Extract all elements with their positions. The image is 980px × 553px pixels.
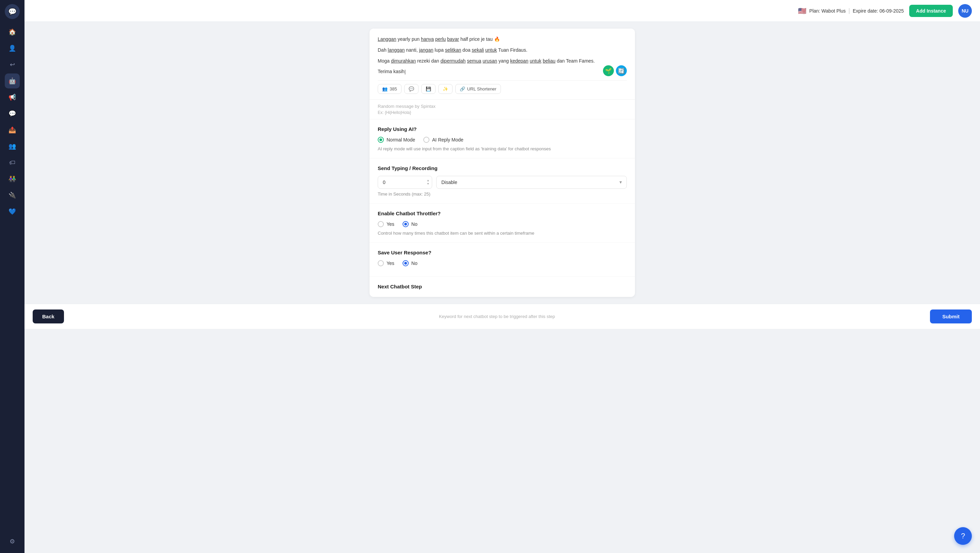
throttle-yes-radio[interactable]	[378, 221, 384, 227]
sidebar-item-bot[interactable]: 🤖	[5, 73, 20, 88]
ai-icons-group: 🌱 🔄	[603, 65, 627, 76]
user-avatar[interactable]: NU	[958, 4, 972, 17]
sparkle-icon: ✨	[443, 86, 448, 92]
message-toolbar: 👥 385 💬 💾 ✨ 🔗 URL Shortener	[378, 80, 627, 94]
char-count-value: 385	[390, 86, 397, 92]
sidebar-item-chat[interactable]: 💬	[5, 106, 20, 121]
help-icon: ?	[961, 532, 965, 540]
topbar: 🇺🇸 Plan: Wabot Plus | Expire date: 06-09…	[24, 0, 980, 22]
plugin-icon: 🔌	[8, 191, 16, 199]
normal-mode-option[interactable]: Normal Mode	[378, 137, 415, 143]
throttle-no-option[interactable]: No	[402, 221, 417, 227]
footer-bar: Back Keyword for next chatbot step to be…	[24, 304, 980, 329]
chat-icon: 💬	[8, 110, 16, 118]
typing-controls: ▲ ▼ Disable Typing Recording ▼	[378, 176, 627, 189]
comment-icon: 💬	[409, 86, 414, 92]
users-icon: 👤	[8, 44, 16, 52]
spintax-label: Random message by Spintax	[378, 104, 627, 109]
submit-button[interactable]: Submit	[930, 310, 972, 323]
broadcast-icon: 📢	[8, 94, 16, 101]
add-instance-button[interactable]: Add Instance	[909, 5, 953, 17]
back-button[interactable]: Back	[33, 310, 64, 323]
save-response-yes-option[interactable]: Yes	[378, 260, 395, 266]
reply-ai-hint: AI reply mode will use input from the ca…	[378, 146, 627, 151]
plan-info: 🇺🇸 Plan: Wabot Plus | Expire date: 06-09…	[798, 7, 904, 15]
sidebar-item-tags[interactable]: 🏷	[5, 155, 20, 170]
bot-icon: 🤖	[8, 77, 16, 85]
sidebar-item-plugin[interactable]: 🔌	[5, 188, 20, 203]
team-icon: 👫	[8, 175, 16, 183]
number-input-wrap: ▲ ▼	[378, 176, 432, 189]
spinner-down[interactable]: ▼	[427, 183, 430, 185]
save-response-title: Save User Response?	[378, 249, 627, 256]
throttle-group: Yes No	[378, 221, 627, 227]
content-area: Langgan yearly pun hanya perlu bayar hal…	[24, 22, 980, 553]
save-icon: 💾	[426, 86, 431, 92]
text-cursor	[405, 70, 405, 75]
throttle-no-label: No	[411, 221, 417, 227]
form-container: Langgan yearly pun hanya perlu bayar hal…	[369, 29, 635, 297]
sidebar-item-home[interactable]: 🏠	[5, 24, 20, 40]
save-response-yes-label: Yes	[387, 261, 395, 266]
typing-mode-select[interactable]: Disable Typing Recording	[436, 176, 627, 189]
url-shortener-label: URL Shortener	[467, 86, 496, 92]
sidebar-item-heart[interactable]: 💙	[5, 204, 20, 219]
spinner-buttons: ▲ ▼	[427, 179, 430, 185]
ai-reply-mode-option[interactable]: AI Reply Mode	[423, 137, 463, 143]
typing-seconds-input[interactable]	[378, 176, 432, 189]
throttle-title: Enable Chatbot Throttler?	[378, 211, 627, 216]
flag-icon: 🇺🇸	[798, 7, 807, 15]
sidebar-logo[interactable]: 💬	[5, 4, 20, 19]
typing-mode-select-wrap: Disable Typing Recording ▼	[436, 176, 627, 189]
typing-title: Send Typing / Recording	[378, 165, 627, 171]
sidebar-item-users[interactable]: 👤	[5, 41, 20, 56]
logo-icon: 💬	[8, 8, 17, 16]
divider: |	[848, 7, 850, 14]
save-button[interactable]: 💾	[421, 84, 436, 94]
sidebar-item-export[interactable]: 📤	[5, 122, 20, 137]
tags-icon: 🏷	[9, 159, 15, 166]
spinner-up[interactable]: ▲	[427, 179, 430, 182]
sidebar-item-settings[interactable]: ⚙	[5, 534, 20, 549]
main-area: 🇺🇸 Plan: Wabot Plus | Expire date: 06-09…	[24, 0, 980, 553]
throttle-hint: Control how many times this chatbot item…	[378, 230, 627, 236]
throttle-no-radio[interactable]	[402, 221, 409, 227]
save-response-no-label: No	[411, 261, 417, 266]
footer-hint-text: Keyword for next chatbot step to be trig…	[64, 314, 930, 319]
ai-reply-mode-label: AI Reply Mode	[432, 137, 463, 143]
reply-ai-title: Reply Using AI?	[378, 126, 627, 132]
ai-reply-mode-radio[interactable]	[423, 137, 430, 143]
spintax-section: Random message by Spintax Ex: {Hi|Hello|…	[369, 100, 635, 119]
save-response-no-option[interactable]: No	[402, 260, 417, 266]
settings-icon: ⚙	[10, 538, 15, 545]
sidebar-item-broadcast[interactable]: 📢	[5, 90, 20, 105]
export-icon: 📤	[8, 126, 16, 133]
expire-label: Expire date: 06-09-2025	[853, 8, 904, 14]
sidebar-item-contacts[interactable]: 👥	[5, 139, 20, 154]
ai-refresh-button[interactable]: 🔄	[616, 65, 627, 76]
spintax-example: Ex: {Hi|Hello|Hola}	[378, 110, 627, 115]
throttle-yes-option[interactable]: Yes	[378, 221, 395, 227]
message-line-1: Langgan yearly pun hanya perlu bayar hal…	[378, 35, 627, 43]
save-response-no-radio[interactable]	[402, 260, 409, 266]
ai-toolbar-button[interactable]: ✨	[438, 84, 453, 94]
plan-label: Plan: Wabot Plus	[809, 8, 846, 14]
message-section: Langgan yearly pun hanya perlu bayar hal…	[369, 29, 635, 100]
char-count-button[interactable]: 👥 385	[378, 84, 401, 94]
comment-button[interactable]: 💬	[404, 84, 418, 94]
message-line-2: Dah langgan nanti, jangan lupa selitkan …	[378, 46, 627, 54]
message-text-area[interactable]: Langgan yearly pun hanya perlu bayar hal…	[378, 35, 627, 76]
save-response-yes-radio[interactable]	[378, 260, 384, 266]
typing-section: Send Typing / Recording ▲ ▼ Disable Typi…	[369, 159, 635, 204]
save-response-section: Save User Response? Yes No	[369, 243, 635, 277]
save-response-group: Yes No	[378, 260, 627, 266]
help-fab-button[interactable]: ?	[954, 527, 972, 545]
char-count-icon: 👥	[382, 86, 388, 92]
sidebar-item-team[interactable]: 👫	[5, 172, 20, 186]
normal-mode-radio[interactable]	[378, 137, 384, 143]
url-shortener-button[interactable]: 🔗 URL Shortener	[455, 84, 501, 94]
sidebar-item-reply[interactable]: ↩	[5, 57, 20, 72]
ai-green-button[interactable]: 🌱	[603, 65, 614, 76]
reply-ai-section: Reply Using AI? Normal Mode AI Reply Mod…	[369, 119, 635, 159]
throttle-yes-label: Yes	[387, 221, 395, 227]
